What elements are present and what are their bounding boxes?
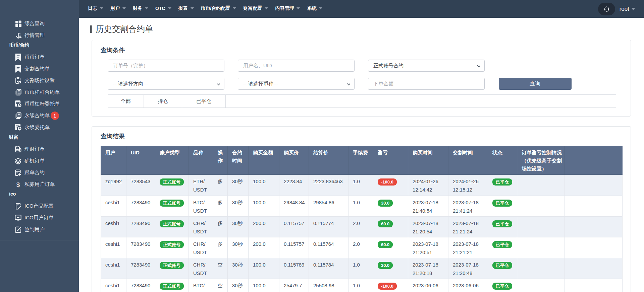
svg-text:$: $ bbox=[16, 181, 20, 188]
